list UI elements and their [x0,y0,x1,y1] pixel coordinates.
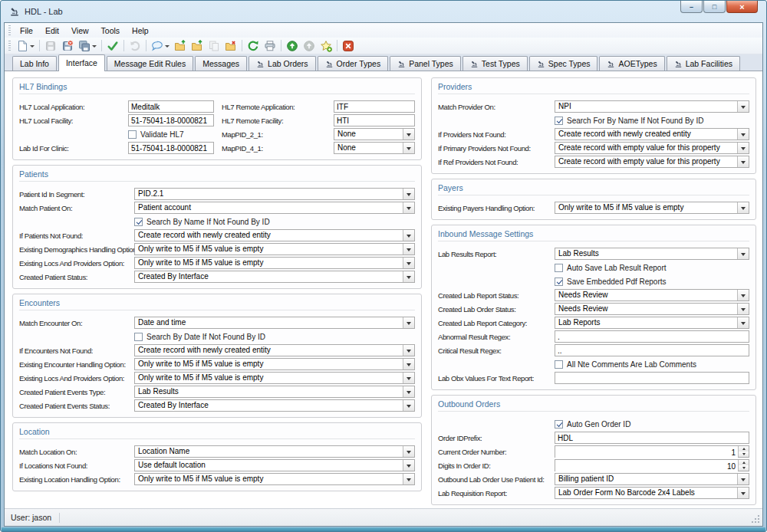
if-ref-providers-not-found-combo[interactable]: Create record with empty value for this … [555,156,749,168]
refresh-button[interactable] [245,38,262,54]
if-patients-not-found-dropdown-button[interactable] [403,230,414,241]
comments-button[interactable] [149,38,172,54]
created-lab-order-status-combo[interactable]: Needs Review [555,303,749,315]
tab-spec-types[interactable]: Spec Types [529,56,598,71]
if-encounters-not-found-dropdown-button[interactable] [403,345,414,356]
print-button[interactable] [262,38,278,54]
validate-button[interactable] [104,38,121,54]
existing-demographics-handling-option-combo[interactable]: Only write to M5 if M5 value is empty [134,243,415,255]
mappid-4-1-dropdown-button[interactable] [403,143,414,153]
created-lab-report-category-dropdown-button[interactable] [737,317,749,328]
resize-grip[interactable] [751,514,760,524]
critical-result-regex-input[interactable] [555,344,749,356]
mappid-2-1-combo[interactable]: None [334,128,415,140]
folder-export-button[interactable] [189,38,206,54]
hl7-local-facility-input[interactable] [128,114,214,126]
if-locations-not-found-dropdown-button[interactable] [403,460,414,471]
match-location-on-combo[interactable]: Location Name [134,445,415,458]
match-location-on-dropdown-button[interactable] [403,446,414,457]
menu-help[interactable]: Help [126,25,155,37]
save-error-button[interactable] [59,38,76,54]
existing-encounter-handling-option-dropdown-button[interactable] [403,359,414,369]
tab-message-edit-rules[interactable]: Message Edit Rules [107,56,193,71]
lab-results-report-dropdown-button[interactable] [737,248,749,259]
digits-in-order-id-input[interactable] [555,460,738,472]
match-encounter-on-dropdown-button[interactable] [403,317,414,328]
if-locations-not-found-combo[interactable]: Use default location [134,459,415,471]
if-primary-providers-not-found-combo[interactable]: Create record with empty value for this … [555,142,749,154]
lab-obx-values-for-text-report-input[interactable] [555,372,749,384]
if-providers-not-found-combo[interactable]: Create record with newly created entity [555,128,749,140]
current-order-number-input[interactable] [555,446,738,458]
created-lab-order-status-dropdown-button[interactable] [737,304,749,314]
tab-lab-orders[interactable]: Lab Orders [249,56,316,71]
if-providers-not-found-dropdown-button[interactable] [737,129,749,140]
close-button[interactable]: × [726,1,758,13]
validate-hl7-checkbox[interactable] [128,130,137,139]
existing-locs-and-providers-option-combo[interactable]: Only write to M5 if M5 value is empty [134,372,415,384]
created-patient-events-type-combo[interactable]: Lab Results [134,386,415,398]
created-patient-events-status-dropdown-button[interactable] [403,400,414,411]
search-for-by-name-if-not-found-by-id-checkbox[interactable] [555,117,563,125]
lab-id-for-clinic-input[interactable] [128,142,214,154]
if-ref-providers-not-found-dropdown-button[interactable] [737,156,749,167]
hl7-local-application-input[interactable] [128,100,214,113]
existing-locs-and-providers-option-dropdown-button[interactable] [403,373,414,383]
existing-locs-and-providers-option-combo[interactable]: Only write to M5 if M5 value is empty [134,257,415,269]
outbound-lab-order-use-patient-id-dropdown-button[interactable] [737,474,749,484]
menu-tools[interactable]: Tools [95,25,127,37]
tab-panel-types[interactable]: Panel Types [390,56,461,71]
tab-messages[interactable]: Messages [195,56,247,71]
outbound-lab-order-use-patient-id-combo[interactable]: Billing patient ID [555,473,749,485]
existing-locs-and-providers-option-dropdown-button[interactable] [403,258,414,268]
match-encounter-on-combo[interactable]: Date and time [134,317,415,329]
patient-id-in-segment-dropdown-button[interactable] [403,189,414,199]
exit-button[interactable] [340,38,357,54]
existing-demographics-handling-option-dropdown-button[interactable] [403,244,414,255]
tab-order-types[interactable]: Order Types [318,56,389,71]
if-encounters-not-found-combo[interactable]: Create record with newly created entity [134,344,415,356]
auto-save-lab-result-report-checkbox[interactable] [555,264,563,272]
menu-edit[interactable]: Edit [39,25,65,37]
current-order-number-spin-up-button[interactable] [739,446,749,452]
lab-requisition-report-dropdown-button[interactable] [737,488,749,498]
created-lab-report-category-combo[interactable]: Lab Reports [555,317,749,329]
digits-in-order-id-spin-down-button[interactable] [739,465,749,471]
folder-delete-button[interactable] [222,38,239,54]
created-patient-status-combo[interactable]: Created By Interface [134,271,415,283]
existing-encounter-handling-option-combo[interactable]: Only write to M5 if M5 value is empty [134,358,415,370]
created-patient-events-status-combo[interactable]: Created By Interface [134,399,415,412]
if-primary-providers-not-found-dropdown-button[interactable] [737,143,749,153]
folder-import-button[interactable] [172,38,189,54]
menu-view[interactable]: View [65,25,95,37]
menu-file[interactable]: File [14,25,39,37]
minimize-button[interactable]: – [680,1,703,13]
existing-location-handling-option-combo[interactable]: Only write to M5 if M5 value is empty [134,473,415,485]
new-button[interactable] [14,38,37,54]
tab-lab-facilities[interactable]: Lab Facilities [667,56,740,71]
patient-id-in-segment-combo[interactable]: PID.2.1 [134,188,415,200]
order-idprefix-input[interactable] [555,432,749,444]
created-lab-report-status-combo[interactable]: Needs Review [555,289,749,301]
save-all-button[interactable] [76,38,99,54]
mappid-2-1-dropdown-button[interactable] [403,129,414,140]
mappid-4-1-combo[interactable]: None [334,142,415,154]
lab-requisition-report-combo[interactable]: Lab Order Form No Barcode 2x4 Labels [555,487,749,499]
existing-payers-handling-option-dropdown-button[interactable] [737,202,749,213]
all-nte-comments-are-lab-comments-checkbox[interactable] [555,360,563,369]
title-bar[interactable]: HDL - Lab – □ × [2,1,765,21]
current-order-number-spin-down-button[interactable] [739,452,749,457]
lab-results-report-combo[interactable]: Lab Results [555,248,749,260]
auto-gen-order-id-checkbox[interactable] [555,420,563,429]
created-lab-report-status-dropdown-button[interactable] [737,290,749,300]
if-patients-not-found-combo[interactable]: Create record with newly created entity [134,229,415,241]
match-patient-on-dropdown-button[interactable] [403,202,414,213]
save-embedded-pdf-reports-checkbox[interactable] [555,277,563,286]
existing-location-handling-option-dropdown-button[interactable] [403,474,414,484]
go-button[interactable] [284,38,301,54]
abnormal-result-regex-input[interactable] [555,330,749,343]
hl7-remote-facility-input[interactable] [334,114,415,126]
tab-test-types[interactable]: Test Types [463,56,528,71]
digits-in-order-id-spin-up-button[interactable] [739,460,749,465]
tab-lab-info[interactable]: Lab Info [12,56,57,71]
